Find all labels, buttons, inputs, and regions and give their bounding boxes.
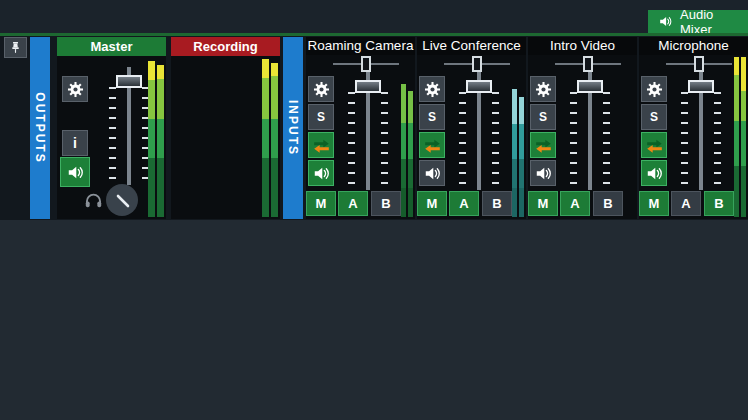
solo-button[interactable]: S xyxy=(308,104,334,130)
settings-button[interactable] xyxy=(419,76,445,102)
level-meter xyxy=(734,57,746,217)
meter-bar xyxy=(401,57,406,217)
mute-button[interactable] xyxy=(60,157,90,187)
pan-handle[interactable] xyxy=(583,56,593,72)
level-meter xyxy=(262,57,278,217)
fader-handle[interactable] xyxy=(577,80,603,93)
gear-icon xyxy=(66,80,85,99)
volume-fader[interactable] xyxy=(457,72,501,197)
audio-mixer-window: Audio Mixer OUTPUTS Master i xyxy=(0,0,748,420)
headphone-volume-knob[interactable] xyxy=(106,184,138,216)
pan-slider[interactable] xyxy=(444,56,510,72)
arrows-icon xyxy=(312,136,331,155)
solo-button[interactable]: S xyxy=(419,104,445,130)
audio-mixer-button-label: Audio Mixer xyxy=(680,7,748,37)
inputs-section-label: INPUTS xyxy=(283,37,303,219)
channel-input: Roaming Camera S M xyxy=(306,37,415,219)
audio-mixer-button[interactable]: Audio Mixer xyxy=(648,10,748,33)
channel-input: Live Conference S M xyxy=(417,37,526,219)
info-button[interactable]: i xyxy=(62,130,88,156)
bus-a-button[interactable]: A xyxy=(560,191,590,216)
audio-follow-button[interactable] xyxy=(419,132,445,158)
mute-button[interactable] xyxy=(641,160,667,186)
arrows-icon xyxy=(645,136,664,155)
top-bar: Audio Mixer xyxy=(0,0,748,33)
channel-master: Master i xyxy=(57,37,166,219)
gear-icon xyxy=(645,80,664,99)
fader-ticks xyxy=(492,92,499,184)
pan-handle[interactable] xyxy=(361,56,371,72)
bus-b-button[interactable]: B xyxy=(371,191,401,216)
volume-fader[interactable] xyxy=(679,72,723,197)
speaker-icon xyxy=(66,163,85,182)
fader-handle[interactable] xyxy=(116,75,142,88)
fader-ticks xyxy=(459,92,466,184)
pan-slider[interactable] xyxy=(666,56,732,72)
pan-handle[interactable] xyxy=(472,56,482,72)
pushpin-icon xyxy=(8,40,23,55)
meter-bar xyxy=(734,57,739,217)
arrows-icon xyxy=(534,136,553,155)
volume-fader[interactable] xyxy=(346,72,390,197)
channel-title: Microphone xyxy=(639,37,748,55)
solo-button[interactable]: S xyxy=(641,104,667,130)
fader-handle[interactable] xyxy=(466,80,492,93)
settings-button[interactable] xyxy=(308,76,334,102)
bus-b-button[interactable]: B xyxy=(482,191,512,216)
fader-ticks xyxy=(570,92,577,184)
headphones-icon xyxy=(83,190,104,211)
speaker-icon xyxy=(658,14,673,29)
volume-fader[interactable] xyxy=(107,67,151,192)
fader-ticks xyxy=(348,92,355,184)
arrows-icon xyxy=(423,136,442,155)
bus-b-button[interactable]: B xyxy=(593,191,623,216)
pin-button[interactable] xyxy=(4,37,27,58)
bus-a-button[interactable]: A xyxy=(338,191,368,216)
fader-handle[interactable] xyxy=(688,80,714,93)
bus-a-button[interactable]: A xyxy=(449,191,479,216)
bus-m-button[interactable]: M xyxy=(528,191,558,216)
bus-a-button[interactable]: A xyxy=(671,191,701,216)
bus-b-button[interactable]: B xyxy=(704,191,734,216)
speaker-icon xyxy=(312,164,331,183)
level-meter xyxy=(401,57,413,217)
channel-input: Microphone S M xyxy=(639,37,748,219)
bus-m-button[interactable]: M xyxy=(417,191,447,216)
settings-button[interactable] xyxy=(641,76,667,102)
meter-bar xyxy=(271,57,278,217)
speaker-icon xyxy=(534,164,553,183)
fader-handle[interactable] xyxy=(355,80,381,93)
level-meter xyxy=(623,57,635,217)
gear-icon xyxy=(312,80,331,99)
meter-bar xyxy=(519,57,524,217)
meter-bar xyxy=(157,57,164,217)
audio-follow-button[interactable] xyxy=(641,132,667,158)
solo-button[interactable]: S xyxy=(530,104,556,130)
knob-indicator xyxy=(106,184,138,216)
meter-bar xyxy=(512,57,517,217)
gear-icon xyxy=(534,80,553,99)
audio-follow-button[interactable] xyxy=(308,132,334,158)
meter-bar xyxy=(741,57,746,217)
settings-button[interactable] xyxy=(62,76,88,102)
meter-bar xyxy=(408,57,413,217)
speaker-icon xyxy=(423,164,442,183)
gear-icon xyxy=(423,80,442,99)
mute-button[interactable] xyxy=(530,160,556,186)
meter-bar xyxy=(148,57,155,217)
audio-follow-button[interactable] xyxy=(530,132,556,158)
channel-header: Master xyxy=(57,37,166,56)
pan-slider[interactable] xyxy=(333,56,399,72)
bus-m-button[interactable]: M xyxy=(306,191,336,216)
channel-title: Live Conference xyxy=(417,37,526,55)
volume-fader[interactable] xyxy=(568,72,612,197)
channel-title: Roaming Camera xyxy=(306,37,415,55)
pan-slider[interactable] xyxy=(555,56,621,72)
mute-button[interactable] xyxy=(308,160,334,186)
mute-button[interactable] xyxy=(419,160,445,186)
bus-m-button[interactable]: M xyxy=(639,191,669,216)
channel-input: Intro Video S M xyxy=(528,37,637,219)
meter-bar xyxy=(262,57,269,217)
settings-button[interactable] xyxy=(530,76,556,102)
pan-handle[interactable] xyxy=(694,56,704,72)
